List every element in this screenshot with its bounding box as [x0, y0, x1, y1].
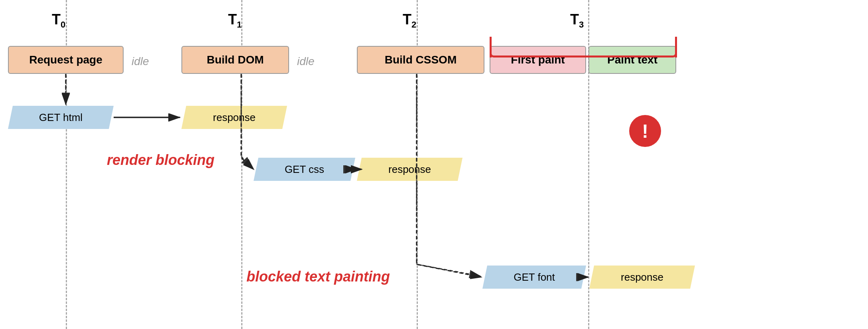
box-response-css: response [357, 158, 463, 181]
idle-label-1: idle [132, 55, 149, 68]
box-get-font: GET font [482, 266, 586, 289]
time-label-t0: T0 [52, 11, 65, 30]
svg-line-14 [417, 264, 481, 276]
label-blocked-text-painting: blocked text painting [246, 268, 390, 285]
box-get-html: GET html [8, 106, 114, 129]
box-response-font: response [589, 266, 695, 289]
box-request-page: Request page [8, 46, 124, 74]
red-bracket-right-arm [675, 37, 677, 57]
time-label-t1: T1 [228, 11, 242, 30]
box-response-html: response [181, 106, 287, 129]
time-label-t2: T2 [403, 11, 416, 30]
diagram: T0 T1 T2 T3 Request page Build DOM Build… [0, 0, 868, 329]
time-label-t3: T3 [570, 11, 584, 30]
red-bracket [490, 37, 677, 57]
red-bracket-left-arm [490, 37, 492, 57]
label-render-blocking: render blocking [107, 152, 215, 168]
svg-line-5 [241, 157, 252, 168]
box-build-dom: Build DOM [181, 46, 289, 74]
box-build-cssom: Build CSSOM [357, 46, 484, 74]
box-get-css: GET css [254, 158, 355, 181]
error-icon: ! [629, 115, 661, 147]
idle-label-2: idle [297, 55, 315, 68]
